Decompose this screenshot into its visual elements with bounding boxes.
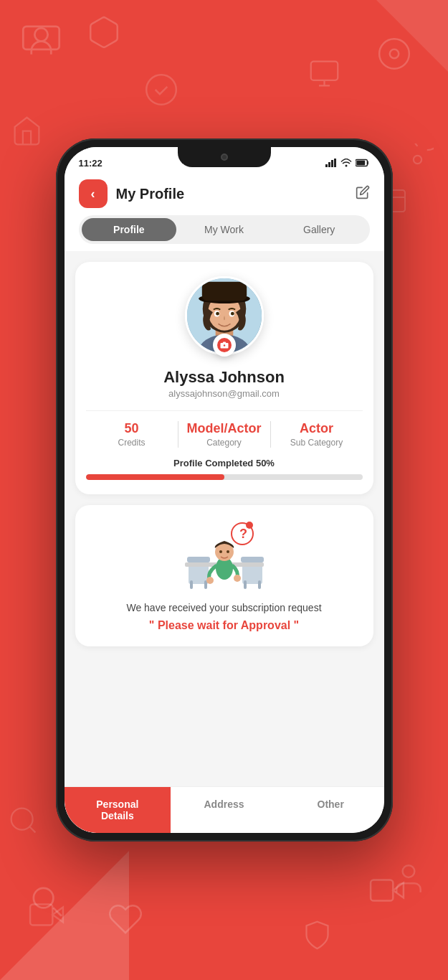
subscription-illustration: ?	[181, 519, 267, 591]
svg-rect-13	[325, 164, 328, 167]
svg-point-48	[227, 550, 229, 553]
svg-marker-11	[52, 908, 63, 923]
front-camera	[221, 154, 228, 161]
svg-point-2	[379, 39, 409, 69]
status-time: 11:22	[79, 158, 103, 169]
avatar-container	[185, 276, 264, 355]
personal-details-label: PersonalDetails	[96, 798, 138, 821]
status-icons	[325, 159, 370, 169]
svg-point-30	[216, 312, 219, 316]
svg-rect-36	[190, 580, 193, 589]
bottom-tab-personal-details[interactable]: PersonalDetails	[65, 787, 171, 833]
battery-icon	[356, 159, 370, 169]
svg-rect-12	[30, 904, 52, 925]
category-value: Model/Actor	[178, 421, 270, 436]
svg-point-9	[11, 809, 33, 830]
tabs-container: Profile My Work Gallery	[65, 215, 384, 251]
svg-point-31	[230, 312, 234, 316]
svg-rect-40	[244, 580, 247, 589]
svg-point-10	[403, 865, 415, 877]
tab-profile[interactable]: Profile	[82, 218, 177, 241]
svg-rect-16	[334, 159, 336, 167]
bottom-tab-other[interactable]: Other	[277, 787, 384, 833]
svg-point-33	[223, 344, 225, 347]
camera-button[interactable]	[213, 334, 236, 357]
subcategory-label: Sub Category	[271, 438, 363, 448]
svg-rect-15	[331, 160, 333, 167]
bottom-tabs: PersonalDetails Address Other	[65, 786, 384, 833]
svg-text:?: ?	[239, 527, 247, 541]
svg-rect-6	[371, 880, 393, 900]
progress-bar	[86, 474, 363, 480]
tab-my-work[interactable]: My Work	[176, 218, 272, 241]
svg-rect-19	[356, 160, 365, 164]
header: ‹ My Profile	[65, 172, 384, 215]
profile-email: alyssajohnson@gmail.com	[168, 388, 280, 399]
tab-gallery[interactable]: Gallery	[272, 218, 367, 241]
svg-rect-4	[311, 62, 338, 80]
svg-point-5	[34, 888, 54, 908]
profile-card: Alyssa Johnson alyssajohnson@gmail.com 5…	[75, 262, 373, 494]
stat-category: Model/Actor Category	[178, 421, 270, 448]
progress-label: Profile Completed 50%	[86, 458, 363, 468]
progress-container: Profile Completed 50%	[86, 458, 363, 480]
subcategory-value: Actor	[271, 421, 363, 436]
phone-screen: 11:22	[65, 147, 384, 833]
svg-rect-35	[187, 557, 210, 562]
content-area: Alyssa Johnson alyssajohnson@gmail.com 5…	[65, 251, 384, 786]
subscription-message: We have received your subscription reque…	[126, 602, 321, 613]
page-title: My Profile	[116, 186, 356, 202]
svg-point-45	[206, 577, 214, 584]
edit-icon[interactable]	[356, 185, 370, 203]
svg-rect-14	[328, 162, 330, 167]
svg-rect-39	[241, 557, 264, 562]
camera-icon	[217, 338, 232, 352]
phone-notch	[178, 147, 271, 167]
credits-value: 50	[86, 421, 178, 436]
other-label: Other	[318, 798, 344, 810]
svg-point-51	[246, 522, 253, 529]
subscription-section: ? We have received your subscription req…	[75, 505, 373, 646]
signal-icon	[325, 159, 337, 169]
stat-credits: 50 Credits	[86, 421, 178, 448]
profile-stats: 50 Credits Model/Actor Category Actor Su…	[86, 410, 363, 448]
svg-point-17	[345, 164, 347, 166]
back-button[interactable]: ‹	[79, 179, 108, 208]
approval-text: " Please wait for Approval "	[149, 619, 299, 632]
back-arrow-icon: ‹	[91, 187, 95, 202]
credits-label: Credits	[86, 438, 178, 448]
svg-rect-41	[258, 580, 261, 589]
svg-point-47	[219, 550, 222, 553]
profile-name: Alyssa Johnson	[163, 368, 285, 387]
stat-subcategory: Actor Sub Category	[270, 421, 363, 448]
address-label: Address	[204, 798, 244, 810]
progress-fill	[86, 474, 224, 480]
svg-point-3	[390, 50, 399, 59]
category-label: Category	[178, 438, 270, 448]
svg-rect-27	[201, 282, 246, 301]
phone-frame: 11:22	[56, 138, 393, 842]
wifi-icon	[340, 159, 352, 169]
tabs: Profile My Work Gallery	[79, 215, 370, 244]
bottom-tab-address[interactable]: Address	[171, 787, 277, 833]
svg-rect-1	[23, 27, 59, 50]
svg-point-7	[414, 156, 421, 164]
svg-point-0	[34, 28, 47, 41]
svg-point-46	[234, 575, 241, 582]
